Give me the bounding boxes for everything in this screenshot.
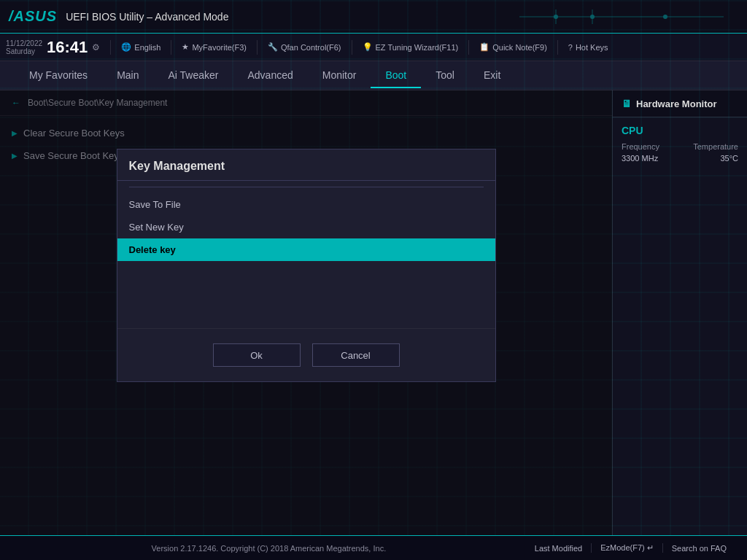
frequency-key: Frequency	[622, 142, 659, 151]
cancel-button[interactable]: Cancel	[312, 343, 400, 367]
asus-logo: /ASUS	[9, 8, 57, 25]
date-display: 11/12/2022	[6, 39, 42, 47]
modal-title: Key Management	[117, 149, 495, 181]
modal-item-set-new-key[interactable]: Set New Key	[117, 216, 495, 238]
bios-title: UEFI BIOS Utility – Advanced Mode	[66, 11, 514, 23]
last-modified-link[interactable]: Last Modified	[526, 543, 591, 553]
cpu-label: CPU	[622, 125, 738, 136]
ok-button[interactable]: Ok	[213, 343, 301, 367]
datetime-display: 11/12/2022 Saturday 16:41 ⚙	[6, 38, 100, 57]
bottom-bar: Version 2.17.1246. Copyright (C) 2018 Am…	[0, 535, 747, 560]
modal-overlay: Key Management Save To File Set New Key …	[0, 90, 612, 535]
hardware-monitor-label: Hardware Monitor	[636, 98, 717, 109]
day-display: Saturday	[6, 47, 42, 55]
toolbar-divider-3	[257, 40, 258, 55]
modal-item-delete-key[interactable]: Delete key	[117, 238, 495, 261]
toolbar-hotkeys[interactable]: ? Hot Keys	[562, 40, 614, 55]
nav-aitweaker[interactable]: Ai Tweaker	[153, 63, 233, 88]
monitor-icon: 🖥	[622, 98, 632, 109]
cpu-section: CPU Frequency Temperature 3300 MHz 35°C	[613, 117, 747, 173]
modal-divider	[129, 187, 484, 187]
bios-toolbar: 11/12/2022 Saturday 16:41 ⚙ 🌐 English ★ …	[0, 34, 747, 61]
modal-item-save-to-file[interactable]: Save To File	[117, 193, 495, 216]
hotkeys-icon: ?	[568, 43, 573, 52]
temperature-value: 35°C	[720, 154, 738, 163]
favorite-icon: ★	[182, 42, 189, 52]
svg-point-3	[554, 15, 558, 19]
nav-main[interactable]: Main	[102, 63, 153, 88]
nav-exit[interactable]: Exit	[469, 63, 515, 88]
cpu-frequency-row: Frequency Temperature	[622, 142, 738, 151]
toolbar-qfan[interactable]: 🔧 Qfan Control(F6)	[262, 39, 347, 55]
version-text: Version 2.17.1246. Copyright (C) 2018 Am…	[12, 544, 526, 553]
svg-point-5	[663, 15, 667, 19]
modal-body: Save To File Set New Key Delete key	[117, 181, 495, 298]
bios-header: /ASUS UEFI BIOS Utility – Advanced Mode	[0, 0, 747, 34]
main-navigation: My Favorites Main Ai Tweaker Advanced Mo…	[0, 61, 747, 90]
toolbar-eztuning[interactable]: 💡 EZ Tuning Wizard(F11)	[357, 39, 465, 55]
key-management-modal: Key Management Save To File Set New Key …	[117, 149, 496, 382]
globe-icon: 🌐	[121, 42, 131, 52]
svg-point-4	[590, 15, 595, 19]
bottom-links: Last Modified EzMode(F7) ↵ Search on FAQ	[526, 543, 735, 553]
frequency-value: 3300 MHz	[622, 154, 658, 163]
eztuning-icon: 💡	[363, 42, 373, 52]
qfan-icon: 🔧	[268, 42, 278, 52]
nav-tool[interactable]: Tool	[421, 63, 469, 88]
toolbar-divider-6	[557, 40, 558, 55]
nav-monitor[interactable]: Monitor	[308, 63, 371, 88]
nav-advanced[interactable]: Advanced	[233, 63, 307, 88]
circuit-decoration	[519, 6, 738, 28]
nav-boot[interactable]: Boot	[371, 63, 421, 88]
modal-footer: Ok Cancel	[117, 328, 495, 381]
settings-icon[interactable]: ⚙	[92, 42, 100, 52]
toolbar-quicknote[interactable]: 📋 Quick Note(F9)	[473, 39, 553, 55]
time-display: 16:41	[47, 38, 88, 57]
quicknote-icon: 📋	[479, 42, 489, 52]
toolbar-language[interactable]: 🌐 English	[115, 39, 166, 55]
hardware-monitor-title: 🖥 Hardware Monitor	[613, 90, 747, 117]
toolbar-divider-4	[352, 40, 352, 55]
temperature-key: Temperature	[693, 142, 738, 151]
toolbar-myfavorite[interactable]: ★ MyFavorite(F3)	[176, 39, 252, 55]
ezmode-link[interactable]: EzMode(F7) ↵	[591, 543, 662, 553]
search-faq-link[interactable]: Search on FAQ	[662, 543, 735, 553]
hardware-monitor-panel: 🖥 Hardware Monitor CPU Frequency Tempera…	[612, 90, 747, 535]
nav-myfavorites[interactable]: My Favorites	[15, 63, 102, 88]
modal-spacer	[117, 298, 495, 328]
cpu-values-row: 3300 MHz 35°C	[622, 154, 738, 163]
toolbar-divider	[110, 40, 111, 55]
toolbar-divider-5	[468, 40, 469, 55]
toolbar-divider-2	[171, 40, 171, 55]
